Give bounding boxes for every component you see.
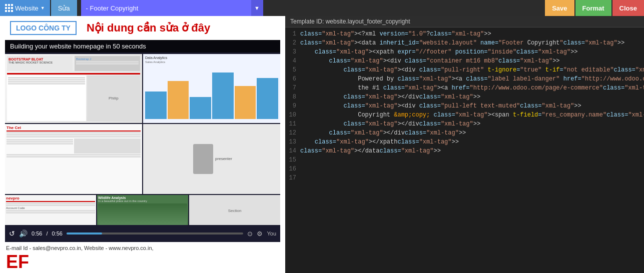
line-number: 1 <box>285 30 300 38</box>
line-number: 14 <box>285 146 300 156</box>
thumb-bootstrap: BOOTSTRAP BLOAT THE MAGIC ROCKET SCIENCE… <box>5 54 142 123</box>
wildlife-title: Wildlife Analysis <box>98 196 187 200</box>
youtube-label: You <box>267 230 276 236</box>
close-button[interactable]: Close <box>612 0 644 16</box>
code-line: 1class="xml-tag"><?xml version="1.0"?cla… <box>285 30 644 38</box>
line-content: class="xml-tag"></divclass="xml-tag">> <box>300 92 644 102</box>
line-content: class="xml-tag"><xpath expr="//footer" p… <box>300 48 644 56</box>
template-select[interactable]: - Footer Copyright <box>81 0 251 16</box>
code-line: 9 class="xml-tag"><div class="pull-left … <box>285 102 644 110</box>
website-menu-button[interactable]: Website ▼ <box>0 0 50 16</box>
template-id-bar: Template ID: website.layout_footer_copyr… <box>285 16 644 28</box>
code-line: 3 class="xml-tag"><xpath expr="//footer"… <box>285 48 644 56</box>
code-line: 10 Copyright &amp;copy; class="xml-tag">… <box>285 110 644 120</box>
line-content: class="xml-tag"></divclass="xml-tag">> <box>300 128 644 138</box>
code-line: 14class="xml-tag"></dataclass="xml-tag">… <box>285 146 644 156</box>
line-content: class="xml-tag"></xpathclass="xml-tag">> <box>300 138 644 146</box>
code-line: 7 the #1 class="xml-tag"><a href="http:/… <box>285 84 644 92</box>
chart-title: Data Analytics <box>145 56 278 60</box>
logo-text: LOGO CÔNG TY <box>10 21 77 35</box>
section-label: Section <box>228 208 242 213</box>
select-arrow-icon[interactable]: ▼ <box>251 0 263 16</box>
template-select-wrapper: - Footer Copyright ▼ <box>77 0 543 16</box>
cc-icon[interactable]: ⊙ <box>247 230 253 238</box>
line-content: class="xml-tag"><div class="pull-right" … <box>300 66 644 74</box>
line-content: class="xml-tag"><data inherit_id="websit… <box>300 38 644 48</box>
format-button[interactable]: Format <box>575 0 611 16</box>
logo-section: LOGO CÔNG TY Nội dung cần sửa ở đây <box>0 16 285 40</box>
volume-icon[interactable]: 🔊 <box>19 230 28 238</box>
line-content: class="xml-tag"><div class="pull-left te… <box>300 102 644 110</box>
line-number: 10 <box>285 110 300 120</box>
thumb-person: presenter <box>143 124 280 194</box>
line-number: 9 <box>285 102 300 110</box>
thumb-section: Section <box>189 195 280 225</box>
footer-logo-big: EF <box>6 253 29 271</box>
code-line: 11 class="xml-tag"></divclass="xml-tag">… <box>285 120 644 128</box>
video-progress-bar[interactable] <box>67 232 244 234</box>
line-content: Powered by class="xml-tag"><a class="lab… <box>300 74 644 84</box>
line-number: 13 <box>285 138 300 146</box>
code-line: 17 <box>285 174 644 182</box>
wildlife-subtitle: In a beautiful place out in the country <box>98 200 187 202</box>
line-number: 7 <box>285 84 300 92</box>
line-number: 11 <box>285 120 300 128</box>
video-controls: ↺ 🔊 0:56 / 0:56 ⊙ ⚙ You <box>5 225 280 242</box>
edit-hint-text: Nội dung cần sửa ở đây <box>87 22 210 34</box>
line-number: 5 <box>285 66 300 74</box>
topbar: Website ▼ Sửa - Footer Copyright ▼ Save … <box>0 0 644 16</box>
line-number: 8 <box>285 92 300 102</box>
video-area: Building your website homepage in 50 sec… <box>5 40 280 225</box>
replay-icon[interactable]: ↺ <box>9 230 15 238</box>
line-number: 2 <box>285 38 300 48</box>
code-line: 8 class="xml-tag"></divclass="xml-tag">> <box>285 92 644 102</box>
website-label: Website <box>15 4 39 12</box>
current-time: 0:56 <box>32 230 42 236</box>
chevron-down-icon: ▼ <box>41 6 45 10</box>
thumb-newspaper: The Cel <box>5 124 142 194</box>
line-number: 17 <box>285 174 300 182</box>
code-line: 15 <box>285 156 644 164</box>
line-number: 15 <box>285 156 300 164</box>
code-line: 6 Powered by class="xml-tag"><a class="l… <box>285 74 644 84</box>
thumb-analytics: Data Analytics Sales Analytics <box>143 54 280 123</box>
code-editor[interactable]: 1class="xml-tag"><?xml version="1.0"?cla… <box>285 28 644 273</box>
footer-preview: E-mail Id - sales@nevpro.co.in, Website … <box>0 242 285 273</box>
edit-button[interactable]: Sửa <box>51 0 77 16</box>
footer-logo-area: EF <box>6 253 279 271</box>
line-content: Copyright &amp;copy; class="xml-tag"><sp… <box>300 110 644 120</box>
line-number: 4 <box>285 56 300 66</box>
code-line: 13 class="xml-tag"></xpathclass="xml-tag… <box>285 138 644 146</box>
line-number: 12 <box>285 128 300 138</box>
code-line: 4 class="xml-tag"><div class="container … <box>285 56 644 66</box>
grid-icon <box>5 4 13 12</box>
time-separator: / <box>46 230 48 236</box>
code-line: 16 <box>285 164 644 174</box>
video-grid: BOOTSTRAP BLOAT THE MAGIC ROCKET SCIENCE… <box>5 54 280 194</box>
code-line: 5 class="xml-tag"><div class="pull-right… <box>285 66 644 74</box>
line-content: class="xml-tag"></divclass="xml-tag">> <box>300 120 644 128</box>
total-duration: 0:56 <box>52 230 62 236</box>
thumb-wildlife: Wildlife Analysis In a beautiful place o… <box>97 195 188 225</box>
video-title: Building your website homepage in 50 sec… <box>5 40 280 52</box>
video-bottom-row: nevpro Account Code Wildlife Analysis In… <box>5 195 280 225</box>
line-content: the #1 class="xml-tag"><a href="http://w… <box>300 84 644 92</box>
thumb-nevpro: nevpro Account Code <box>5 195 96 225</box>
main-layout: LOGO CÔNG TY Nội dung cần sửa ở đây Buil… <box>0 16 644 273</box>
code-line: 2class="xml-tag"><data inherit_id="websi… <box>285 38 644 48</box>
code-editor-panel: Template ID: website.layout_footer_copyr… <box>285 16 644 273</box>
footer-email-text: E-mail Id - sales@nevpro.co.in, Website … <box>6 245 279 251</box>
line-number: 3 <box>285 48 300 56</box>
save-button[interactable]: Save <box>545 0 574 16</box>
line-content: class="xml-tag"></dataclass="xml-tag">> <box>300 146 644 156</box>
website-preview-panel: LOGO CÔNG TY Nội dung cần sửa ở đây Buil… <box>0 16 285 273</box>
line-number: 16 <box>285 164 300 174</box>
template-select-container: - Footer Copyright ▼ <box>81 0 263 16</box>
settings-icon[interactable]: ⚙ <box>257 230 263 238</box>
line-content: class="xml-tag"><?xml version="1.0"?clas… <box>300 30 644 38</box>
line-content: class="xml-tag"><div class="container mt… <box>300 56 644 66</box>
line-number: 6 <box>285 74 300 84</box>
code-line: 12 class="xml-tag"></divclass="xml-tag">… <box>285 128 644 138</box>
progress-bar-fill <box>67 232 102 234</box>
